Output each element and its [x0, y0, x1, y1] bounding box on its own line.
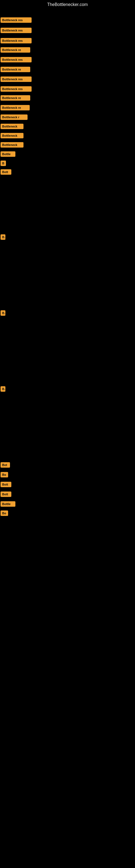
- bottleneck-button-15[interactable]: Bottle: [1, 151, 15, 157]
- button-item-wrapper-17: Bott: [1, 169, 11, 176]
- bottleneck-button-18[interactable]: B: [1, 235, 5, 240]
- button-item-wrapper-12: Bottleneck: [1, 124, 24, 130]
- button-item-wrapper-16: B: [1, 161, 6, 167]
- button-item-wrapper-7: Bottleneck res: [1, 76, 32, 83]
- bottleneck-button-8[interactable]: Bottleneck res: [1, 86, 32, 92]
- button-item-wrapper-20: B: [1, 386, 5, 393]
- button-item-wrapper-6: Bottleneck re: [1, 67, 30, 73]
- bottleneck-button-12[interactable]: Bottleneck: [1, 124, 24, 129]
- bottleneck-button-19[interactable]: B: [1, 310, 5, 316]
- bottleneck-button-23[interactable]: Bott: [1, 482, 11, 487]
- button-item-wrapper-23: Bott: [1, 482, 11, 488]
- bottleneck-button-26[interactable]: Bo: [1, 510, 8, 516]
- bottleneck-button-9[interactable]: Bottleneck re: [1, 95, 30, 101]
- bottleneck-button-11[interactable]: Bottleneck r: [1, 115, 28, 120]
- button-item-wrapper-3: Bottleneck res: [1, 38, 32, 44]
- bottleneck-button-2[interactable]: Bottleneck res: [1, 28, 32, 33]
- button-item-wrapper-26: Bo: [1, 510, 8, 517]
- button-item-wrapper-2: Bottleneck res: [1, 28, 32, 34]
- bottleneck-button-10[interactable]: Bottleneck re: [1, 105, 30, 111]
- button-item-wrapper-22: Bo: [1, 472, 8, 478]
- button-item-wrapper-4: Bottleneck re: [1, 47, 30, 54]
- button-item-wrapper-19: B: [1, 310, 5, 317]
- bottleneck-button-6[interactable]: Bottleneck re: [1, 67, 30, 72]
- site-title: TheBottlenecker.com: [0, 0, 135, 9]
- button-item-wrapper-14: Bottleneck: [1, 142, 24, 149]
- bottleneck-button-13[interactable]: Bottleneck: [1, 133, 24, 138]
- bottleneck-button-16[interactable]: B: [1, 161, 6, 166]
- button-item-wrapper-8: Bottleneck res: [1, 86, 32, 93]
- button-item-wrapper-1: Bottleneck res: [1, 18, 32, 24]
- button-item-wrapper-10: Bottleneck re: [1, 105, 30, 112]
- button-item-wrapper-15: Bottle: [1, 151, 15, 158]
- bottleneck-button-14[interactable]: Bottleneck: [1, 142, 24, 148]
- bottleneck-button-4[interactable]: Bottleneck re: [1, 47, 30, 53]
- button-item-wrapper-13: Bottleneck: [1, 133, 24, 140]
- button-item-wrapper-24: Bott: [1, 492, 11, 498]
- button-item-wrapper-25: Bottle: [1, 501, 15, 508]
- bottleneck-button-24[interactable]: Bott: [1, 492, 11, 497]
- bottleneck-button-21[interactable]: Bot: [1, 462, 10, 468]
- bottleneck-button-7[interactable]: Bottleneck res: [1, 76, 32, 82]
- bottleneck-button-3[interactable]: Bottleneck res: [1, 38, 32, 43]
- bottleneck-button-17[interactable]: Bott: [1, 169, 11, 175]
- bottleneck-button-25[interactable]: Bottle: [1, 501, 15, 507]
- button-item-wrapper-11: Bottleneck r: [1, 115, 28, 121]
- button-item-wrapper-9: Bottleneck re: [1, 95, 30, 102]
- bottleneck-button-22[interactable]: Bo: [1, 472, 8, 477]
- bottleneck-button-1[interactable]: Bottleneck res: [1, 18, 32, 23]
- bottleneck-button-5[interactable]: Bottleneck res: [1, 57, 32, 62]
- bottleneck-button-20[interactable]: B: [1, 386, 5, 392]
- button-item-wrapper-21: Bot: [1, 462, 10, 469]
- button-item-wrapper-5: Bottleneck res: [1, 57, 32, 63]
- button-item-wrapper-18: B: [1, 235, 5, 241]
